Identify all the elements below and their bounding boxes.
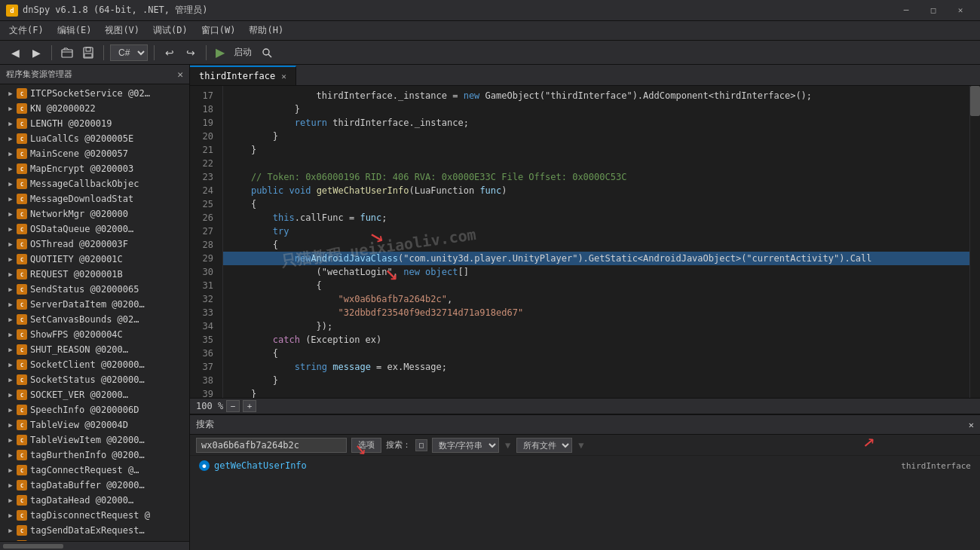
search-results: ●getWeChatUserInfothirdInterface [190,456,980,550]
menu-item-E[interactable]: 编辑(E) [51,23,98,38]
svg-text:C: C [20,483,23,489]
language-selector[interactable]: C# [110,44,148,61]
tree-item-label: KN @02000022 [30,103,96,114]
tree-item[interactable]: ▶CKN @02000022 [0,101,189,116]
tree-item[interactable]: ▶CShowFPS @0200004C [0,327,189,342]
tree-item[interactable]: ▶CLENGTH @0200019 [0,116,189,131]
tree-item[interactable]: ▶CSetCanvasBounds @02… [0,312,189,327]
search-input[interactable] [196,438,347,453]
tree-item[interactable]: ▶COSDataQueue @02000… [0,222,189,237]
menu-item-F[interactable]: 文件(F) [3,23,50,38]
left-panel: 程序集资源管理器 ✕ ▶CITCPSocketService @02…▶CKN … [0,65,190,550]
code-line: { [223,238,969,252]
tree-item[interactable]: ▶CMessageDownloadStat [0,191,189,206]
menu-item-D[interactable]: 调试(D) [147,23,194,38]
search-button[interactable] [258,44,276,62]
tree-item[interactable]: ▶CtagBurthenInfo @0200… [0,448,189,463]
tree-item[interactable]: ▶CtagSendDataExRequest… [0,523,189,538]
tree-item[interactable]: ▶CServerDataItem @0200… [0,297,189,312]
zoom-level: 100 % [196,401,223,411]
code-line: } [223,143,969,157]
tree-node-icon: C [17,450,27,460]
tree-item[interactable]: ▶CLuaCallCs @0200005E [0,131,189,146]
code-line: }); [223,319,969,333]
tree-item-label: tagConnectRequest @… [30,465,139,475]
undo-button[interactable]: ↩ [161,44,179,62]
svg-text:C: C [20,377,23,383]
close-button[interactable]: ✕ [947,0,974,21]
maximize-button[interactable]: □ [920,0,947,21]
menu-item-W[interactable]: 窗口(W) [195,23,242,38]
tree-item[interactable]: ▶CSHUT_REASON @0200… [0,342,189,357]
play-button[interactable]: ▶ [213,45,228,60]
tree-item[interactable]: ▶CMapEncrypt @0200003 [0,161,189,176]
back-button[interactable]: ◀ [6,44,24,62]
minimize-button[interactable]: ─ [893,0,920,21]
redo-button[interactable]: ↪ [182,44,200,62]
toolbar-separator4 [206,45,207,60]
tree-arrow-icon: ▶ [6,511,15,520]
tree-item[interactable]: ▶CSocketStatus @020000… [0,372,189,387]
code-line: } [223,387,969,398]
tree-item[interactable]: ▶CtagDataHead @02000… [0,493,189,508]
tree-item[interactable]: ▶CITCPSocketService @02… [0,86,189,101]
tree-item[interactable]: ▶CMainScene @0200057 [0,146,189,161]
tree-arrow-icon: ▶ [6,435,15,445]
tab-close-icon[interactable]: ✕ [281,72,286,81]
line-number: 35 [190,333,216,347]
tree-item[interactable]: ▶CNetworkMgr @020000 [0,206,189,222]
result-icon: ● [199,460,210,471]
menu-item-V[interactable]: 视图(V) [99,23,145,38]
tree-item[interactable]: ▶CTableViewItem @02000… [0,432,189,448]
tree-item[interactable]: ▶CSocketClient @020000… [0,357,189,372]
tree-item-label: NetworkMgr @020000 [30,209,128,219]
panel-close-btn[interactable]: ✕ [177,69,183,80]
menu-item-H[interactable]: 帮助(H) [243,23,289,38]
toolbar-separator [51,45,52,60]
open-button[interactable] [58,44,76,62]
tree-item[interactable]: ▶CMessageCallbackObjec [0,176,189,191]
line-number: 39 [190,387,216,398]
svg-rect-0 [62,50,72,57]
line-number: 25 [190,197,216,211]
panel-buttons: ✕ [177,69,183,80]
tree-node-icon: C [17,314,27,325]
tree-item[interactable]: ▶COSThread @0200003F [0,237,189,252]
vertical-scrollbar[interactable] [969,86,980,398]
tree-item[interactable]: ▶CTableView @020004D [0,417,189,432]
tree-node-icon: C [17,299,27,310]
search-colon-label: 搜索： [386,439,411,451]
code-line: } [223,102,969,116]
tree-item[interactable]: ▶CSendStatus @02000065 [0,282,189,297]
code-content[interactable]: thirdInterface._instance = new GameObjec… [223,86,969,398]
zoom-decrease-button[interactable]: − [226,400,240,412]
search-close-btn[interactable]: ✕ [969,420,974,430]
save-button[interactable] [79,44,97,62]
tree-item[interactable]: ▶CSpeechInfo @0200006D [0,402,189,417]
search-options-button[interactable]: 选项 [351,438,381,453]
search-result-item[interactable]: ●getWeChatUserInfothirdInterface [190,457,980,474]
line-number: 27 [190,225,216,238]
tree-item[interactable]: ▶CSOCKET_VER @02000… [0,387,189,402]
tree-item[interactable]: ▶CtagDataBuffer @02000… [0,478,189,493]
svg-text:C: C [20,393,23,399]
tree-arrow-icon: ▶ [6,194,15,203]
line-number: 21 [190,143,216,157]
tree-node-icon: C [17,239,27,249]
code-area: 1718192021222324252627282930313233343536… [190,86,980,398]
tab-thirdInterface[interactable]: thirdInterface ✕ [190,66,296,85]
tree-item[interactable]: ▶CREQUEST @0200001B [0,267,189,282]
tree-item[interactable]: ▶CtagDisconnectRequest @ [0,508,189,523]
svg-rect-3 [84,53,92,57]
tree-item-label: SocketClient @020000… [30,359,145,370]
tree-item[interactable]: ▶CQUOTIETY @020001C [0,252,189,267]
tree-item-label: tagDisconnectRequest @ [30,510,150,521]
tree-list[interactable]: ▶CITCPSocketService @02…▶CKN @02000022▶C… [0,84,189,541]
search-type-selector[interactable]: 数字/字符串 [432,438,499,453]
svg-text:C: C [20,136,23,142]
search-scope-selector[interactable]: 所有文件 [516,438,572,453]
tree-item[interactable]: ▶CtagConnectRequest @… [0,463,189,478]
search-type-icon[interactable]: □ [415,439,427,451]
forward-button[interactable]: ▶ [27,44,45,62]
zoom-increase-button[interactable]: + [243,400,256,412]
